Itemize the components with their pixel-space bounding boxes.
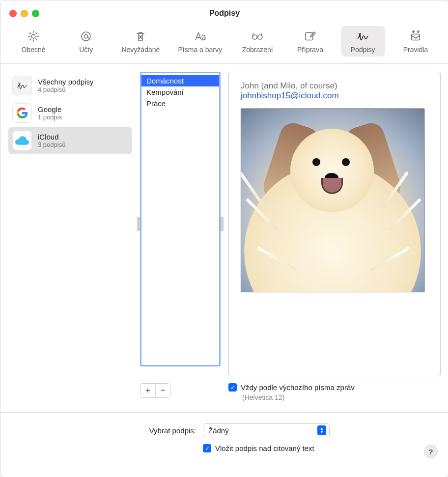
tab-label: Účty (79, 46, 93, 54)
close-window-button[interactable] (9, 10, 17, 17)
checkmark-icon: ✓ (203, 444, 211, 452)
signature-item[interactable]: Domácnost (141, 75, 219, 86)
tab-composing[interactable]: Příprava (288, 26, 332, 56)
at-sign-icon (79, 29, 93, 44)
signature-icon (12, 76, 32, 95)
tab-viewing[interactable]: Zobrazení (235, 26, 280, 56)
main-columns: Všechny podpisy 4 podpisů Google 1 podpi… (0, 64, 448, 380)
tab-general[interactable]: Obecné (11, 26, 56, 56)
gear-icon (26, 29, 41, 44)
svg-point-3 (253, 35, 257, 39)
tab-label: Příprava (297, 46, 323, 54)
checkbox-label: Vždy podle výchozího písma zpráv (241, 383, 355, 392)
preferences-window: Podpisy Obecné Účty Nevyžádané Písma a b… (0, 0, 448, 477)
tab-rules[interactable]: Pravidla (393, 26, 438, 56)
signature-list[interactable]: Domácnost Kempování Práce (140, 72, 221, 376)
account-count: 3 podpisů (38, 141, 65, 148)
tab-junk[interactable]: Nevyžádané (116, 26, 165, 56)
tab-label: Obecné (21, 46, 45, 54)
footer-panel: Vybrat podpis: Žádný ▲▼ ✓ Vložit podpis … (0, 412, 448, 468)
preview-display-name: John (and Milo, of course) (241, 81, 428, 91)
remove-signature-button[interactable]: − (155, 384, 170, 397)
rules-icon (408, 29, 423, 44)
account-icloud[interactable]: iCloud 3 podpisů (8, 127, 132, 154)
below-columns-row: + − ✓ Vždy podle výchozího písma zpráv (… (0, 380, 448, 401)
preview-email: johnbishop15@icloud.com (241, 91, 428, 101)
add-remove-controls: + − (140, 383, 221, 398)
signature-item[interactable]: Kempování (141, 86, 219, 98)
preview-image (241, 109, 424, 292)
add-signature-button[interactable]: + (140, 384, 155, 397)
glasses-icon (250, 29, 265, 44)
titlebar: Podpisy (0, 0, 448, 26)
place-above-quoted-checkbox[interactable]: ✓ Vložit podpis nad citovaný text (203, 444, 314, 452)
tab-accounts[interactable]: Účty (64, 26, 108, 56)
tab-signatures[interactable]: Podpisy (341, 26, 385, 56)
signature-item[interactable]: Práce (141, 98, 219, 109)
choose-signature-label: Vybrat podpis: (9, 426, 196, 435)
select-value: Žádný (208, 426, 229, 435)
window-title: Podpisy (0, 9, 448, 18)
prefs-toolbar: Obecné Účty Nevyžádané Písma a barvy Zob… (0, 26, 448, 63)
account-count: 1 podpis (38, 113, 62, 121)
svg-rect-6 (412, 34, 420, 40)
compose-icon (303, 29, 317, 44)
signature-preview[interactable]: John (and Milo, of course) johnbishop15@… (228, 72, 441, 376)
account-list[interactable]: Všechny podpisy 4 podpisů Google 1 podpi… (8, 72, 132, 376)
svg-point-0 (31, 34, 35, 38)
help-button[interactable]: ? (424, 445, 438, 458)
fonts-icon (193, 29, 207, 44)
match-default-font-checkbox[interactable]: ✓ Vždy podle výchozího písma zpráv (228, 383, 441, 392)
account-name: iCloud (38, 133, 65, 141)
svg-point-2 (84, 34, 88, 38)
tab-fonts[interactable]: Písma a barvy (173, 26, 227, 56)
default-font-display: (Helvetica 12) (242, 393, 441, 401)
checkmark-icon: ✓ (228, 383, 237, 392)
tab-label: Pravidla (403, 46, 428, 54)
signature-icon (356, 29, 370, 44)
account-count: 4 podpisů (38, 86, 93, 93)
zoom-window-button[interactable] (32, 10, 39, 17)
traffic-lights (0, 10, 39, 17)
account-all-signatures[interactable]: Všechny podpisy 4 podpisů (8, 72, 132, 99)
svg-point-1 (82, 32, 90, 41)
column-resize-handle[interactable] (137, 217, 140, 231)
trash-x-icon (133, 29, 148, 44)
account-name: Všechny podpisy (38, 78, 93, 86)
svg-point-4 (258, 35, 262, 39)
icloud-icon (12, 131, 32, 150)
account-google[interactable]: Google 1 podpis (8, 99, 132, 127)
choose-signature-select[interactable]: Žádný ▲▼ (203, 423, 330, 437)
checkbox-label: Vložit podpis nad citovaný text (215, 444, 314, 452)
updown-arrows-icon: ▲▼ (317, 425, 326, 435)
tab-label: Zobrazení (242, 46, 273, 54)
tab-label: Nevyžádané (121, 46, 160, 54)
question-mark-icon: ? (428, 448, 433, 456)
account-name: Google (38, 105, 62, 113)
tab-label: Podpisy (351, 46, 375, 54)
google-icon (12, 103, 32, 123)
tab-label: Písma a barvy (178, 46, 222, 54)
column-resize-handle[interactable] (221, 217, 224, 231)
minimize-window-button[interactable] (21, 10, 28, 17)
